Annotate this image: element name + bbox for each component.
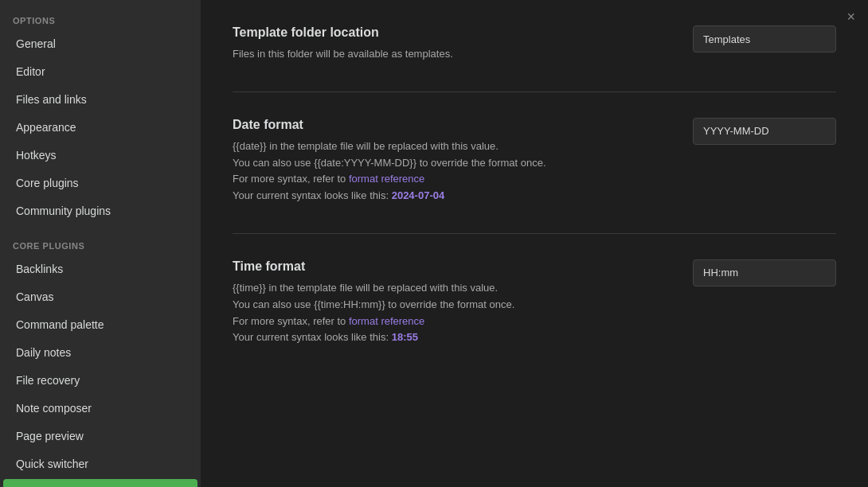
core-plugins-label: Core plugins xyxy=(0,225,201,255)
time-line2: You can also use {{time:HH:mm}} to overr… xyxy=(233,298,514,310)
date-line2: You can also use {{date:YYYY-MM-DD}} to … xyxy=(233,157,546,169)
sidebar-item-backlinks[interactable]: Backlinks xyxy=(3,256,197,282)
date-format-row: Date format {{date}} in the template fil… xyxy=(233,118,836,205)
date-format-title: Date format xyxy=(233,118,546,132)
date-format-reference-link[interactable]: format reference xyxy=(349,173,424,185)
close-button[interactable]: × xyxy=(846,10,855,24)
time-format-description: {{time}} in the template file will be re… xyxy=(233,280,514,346)
template-folder-description: Files in this folder will be available a… xyxy=(233,46,453,63)
sidebar-item-note-composer[interactable]: Note composer xyxy=(3,395,197,422)
sidebar-item-page-preview[interactable]: Page preview xyxy=(3,423,197,450)
time-line4-pre: Your current syntax looks like this: xyxy=(233,331,392,343)
sidebar-item-daily-notes[interactable]: Daily notes xyxy=(3,340,197,366)
date-line4-pre: Your current syntax looks like this: xyxy=(233,189,392,201)
sidebar-item-community-plugins[interactable]: Community plugins xyxy=(3,198,197,224)
main-content: × Template folder location Files in this… xyxy=(201,0,868,487)
sidebar-item-general[interactable]: General xyxy=(3,31,197,57)
sidebar-item-editor[interactable]: Editor xyxy=(3,59,197,85)
time-format-section: Time format {{time}} in the template fil… xyxy=(233,259,836,346)
sidebar-item-command-palette[interactable]: Command palette xyxy=(3,312,197,338)
date-format-input[interactable] xyxy=(693,118,836,145)
date-format-description: {{date}} in the template file will be re… xyxy=(233,138,546,205)
sidebar-item-appearance[interactable]: Appearance xyxy=(3,115,197,141)
divider-1 xyxy=(233,92,836,92)
sidebar-item-hotkeys[interactable]: Hotkeys xyxy=(3,142,197,169)
date-format-left: Date format {{date}} in the template fil… xyxy=(233,118,546,205)
sidebar: Options General Editor Files and links A… xyxy=(0,0,201,487)
current-time-value: 18:55 xyxy=(392,331,418,343)
date-format-section: Date format {{date}} in the template fil… xyxy=(233,118,836,205)
time-format-row: Time format {{time}} in the template fil… xyxy=(233,259,836,346)
time-format-input[interactable] xyxy=(693,259,836,286)
date-line3-pre: For more syntax, refer to xyxy=(233,173,349,185)
template-folder-desc-text: Files in this folder will be available a… xyxy=(233,48,453,60)
template-folder-left: Template folder location Files in this f… xyxy=(233,25,453,63)
options-label: Options xyxy=(0,0,201,30)
sidebar-item-files-and-links[interactable]: Files and links xyxy=(3,87,197,113)
time-line1: {{time}} in the template file will be re… xyxy=(233,282,498,294)
date-line1: {{date}} in the template file will be re… xyxy=(233,140,499,152)
time-format-left: Time format {{time}} in the template fil… xyxy=(233,259,514,346)
sidebar-item-templates[interactable]: Templates xyxy=(3,479,197,487)
template-folder-row: Template folder location Files in this f… xyxy=(233,25,836,63)
template-folder-title: Template folder location xyxy=(233,25,453,40)
sidebar-item-canvas[interactable]: Canvas xyxy=(3,284,197,310)
sidebar-item-quick-switcher[interactable]: Quick switcher xyxy=(3,451,197,477)
template-folder-section: Template folder location Files in this f… xyxy=(233,25,836,63)
time-format-reference-link[interactable]: format reference xyxy=(349,315,424,327)
sidebar-item-core-plugins[interactable]: Core plugins xyxy=(3,170,197,197)
time-line3-pre: For more syntax, refer to xyxy=(233,315,349,327)
time-format-title: Time format xyxy=(233,259,514,274)
template-folder-input[interactable] xyxy=(693,25,836,53)
current-date-value: 2024-07-04 xyxy=(392,189,445,201)
sidebar-item-file-recovery[interactable]: File recovery xyxy=(3,368,197,394)
divider-2 xyxy=(233,233,836,234)
